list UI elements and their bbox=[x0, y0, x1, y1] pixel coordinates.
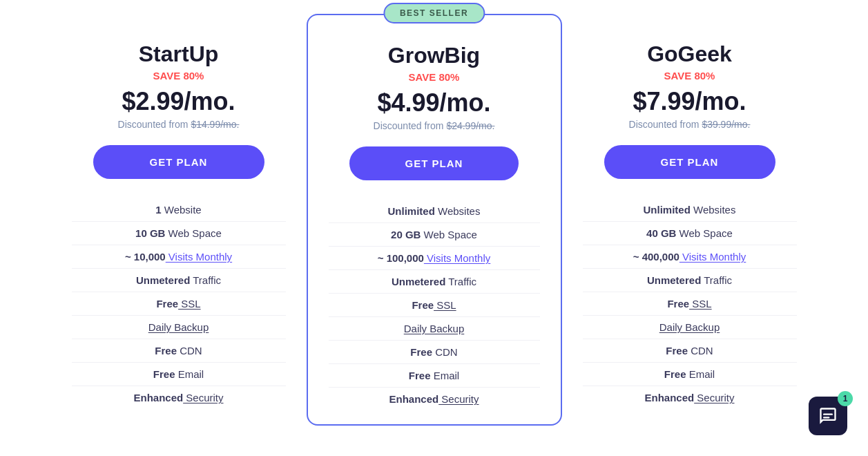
save-badge-startup: SAVE 80% bbox=[72, 70, 286, 82]
features-list-growbig: Unlimited Websites20 GB Web Space~ 100,0… bbox=[329, 200, 540, 410]
feature-item-0-2: ~ 10,000 Visits Monthly bbox=[72, 245, 286, 269]
original-price-startup: Discounted from $14.99/mo. bbox=[72, 119, 286, 130]
chat-badge: 1 bbox=[838, 391, 853, 406]
feature-item-0-7: Free Email bbox=[72, 363, 286, 386]
features-list-startup: 1 Website10 GB Web Space~ 10,000 Visits … bbox=[72, 198, 286, 409]
svg-rect-0 bbox=[823, 414, 833, 415]
feature-item-2-1: 40 GB Web Space bbox=[583, 222, 797, 245]
plan-name-growbig: GrowBig bbox=[329, 43, 540, 68]
plan-name-startup: StartUp bbox=[72, 41, 286, 67]
feature-item-0-5: Daily Backup bbox=[72, 316, 286, 339]
feature-item-2-2: ~ 400,000 Visits Monthly bbox=[583, 245, 797, 269]
feature-item-1-6: Free CDN bbox=[329, 341, 540, 364]
feature-item-0-4: Free SSL bbox=[72, 292, 286, 316]
pricing-container: StartUp SAVE 80% $2.99/mo. Discounted fr… bbox=[21, 14, 847, 426]
feature-item-2-6: Free CDN bbox=[583, 339, 797, 363]
feature-item-2-5: Daily Backup bbox=[583, 316, 797, 339]
feature-item-0-8: Enhanced Security bbox=[72, 386, 286, 409]
feature-item-1-7: Free Email bbox=[329, 364, 540, 388]
best-seller-badge: BEST SELLER bbox=[383, 3, 485, 23]
feature-item-0-1: 10 GB Web Space bbox=[72, 222, 286, 245]
feature-item-1-1: 20 GB Web Space bbox=[329, 223, 540, 247]
save-badge-gogeek: SAVE 80% bbox=[583, 70, 797, 82]
price-startup: $2.99/mo. bbox=[72, 87, 286, 116]
feature-item-1-8: Enhanced Security bbox=[329, 388, 540, 410]
price-growbig: $4.99/mo. bbox=[329, 88, 540, 117]
features-list-gogeek: Unlimited Websites40 GB Web Space~ 400,0… bbox=[583, 198, 797, 409]
feature-item-1-2: ~ 100,000 Visits Monthly bbox=[329, 247, 540, 270]
feature-item-2-8: Enhanced Security bbox=[583, 386, 797, 409]
get-plan-button-growbig[interactable]: GET PLAN bbox=[349, 146, 519, 180]
save-badge-growbig: SAVE 80% bbox=[329, 71, 540, 83]
feature-item-1-0: Unlimited Websites bbox=[329, 200, 540, 223]
original-price-gogeek: Discounted from $39.99/mo. bbox=[583, 119, 797, 130]
feature-item-0-0: 1 Website bbox=[72, 198, 286, 222]
feature-item-0-6: Free CDN bbox=[72, 339, 286, 363]
feature-item-1-5: Daily Backup bbox=[329, 317, 540, 341]
price-gogeek: $7.99/mo. bbox=[583, 87, 797, 116]
feature-item-0-3: Unmetered Traffic bbox=[72, 269, 286, 292]
get-plan-button-gogeek[interactable]: GET PLAN bbox=[604, 145, 775, 179]
feature-item-2-7: Free Email bbox=[583, 363, 797, 386]
chat-icon bbox=[818, 406, 838, 426]
chat-widget[interactable]: 1 bbox=[809, 397, 847, 435]
feature-item-1-3: Unmetered Traffic bbox=[329, 270, 540, 294]
plan-card-startup: StartUp SAVE 80% $2.99/mo. Discounted fr… bbox=[51, 21, 307, 423]
original-price-growbig: Discounted from $24.99/mo. bbox=[329, 120, 540, 131]
feature-item-2-4: Free SSL bbox=[583, 292, 797, 316]
get-plan-button-startup[interactable]: GET PLAN bbox=[93, 145, 264, 179]
feature-item-2-3: Unmetered Traffic bbox=[583, 269, 797, 292]
plan-name-gogeek: GoGeek bbox=[583, 41, 797, 67]
feature-item-2-0: Unlimited Websites bbox=[583, 198, 797, 222]
plan-card-gogeek: GoGeek SAVE 80% $7.99/mo. Discounted fro… bbox=[562, 21, 818, 423]
feature-item-1-4: Free SSL bbox=[329, 294, 540, 317]
plan-card-growbig: BEST SELLER GrowBig SAVE 80% $4.99/mo. D… bbox=[307, 14, 562, 426]
svg-rect-1 bbox=[823, 417, 829, 418]
